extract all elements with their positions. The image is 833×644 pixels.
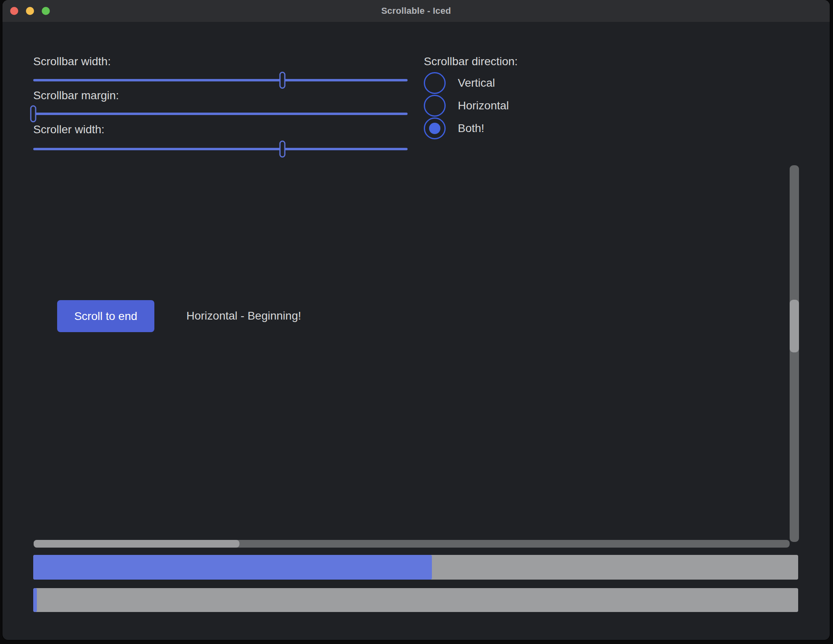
scrollbar-margin-label: Scrollbar margin: xyxy=(33,89,119,102)
radio-label: Both! xyxy=(458,122,484,135)
minimize-button[interactable] xyxy=(26,7,34,15)
scrollbar-margin-slider-handle[interactable] xyxy=(30,105,36,122)
titlebar[interactable]: Scrollable - Iced xyxy=(2,0,830,22)
vertical-scroll-progressbar xyxy=(33,555,798,580)
scroller-width-slider[interactable] xyxy=(33,148,408,150)
scroller-width-slider-handle[interactable] xyxy=(280,141,286,158)
radio-label: Vertical xyxy=(458,77,495,90)
radio-circle[interactable] xyxy=(424,72,446,94)
horizontal-status-text: Horizontal - Beginning! xyxy=(186,309,301,322)
vertical-scrollbar-rail[interactable] xyxy=(790,165,799,542)
close-button[interactable] xyxy=(10,7,18,15)
radio-circle[interactable] xyxy=(424,95,446,117)
scroll-to-end-button[interactable]: Scroll to end xyxy=(57,300,154,332)
radio-horizontal[interactable]: Horizontal xyxy=(424,95,509,117)
radio-circle[interactable] xyxy=(424,117,446,139)
horizontal-scroll-progressbar xyxy=(33,588,798,612)
app-window: Scrollable - Iced Scrollbar width: Scrol… xyxy=(2,0,830,640)
scrollbar-direction-label: Scrollbar direction: xyxy=(424,55,518,68)
scrollbar-width-slider[interactable] xyxy=(33,79,408,81)
progressbar-fill xyxy=(33,555,432,580)
vertical-scrollbar-thumb[interactable] xyxy=(790,300,799,352)
scrollbar-margin-slider[interactable] xyxy=(33,113,408,115)
window-title: Scrollable - Iced xyxy=(381,6,451,16)
radio-both[interactable]: Both! xyxy=(424,117,484,139)
screen: Scrollable - Iced Scrollbar width: Scrol… xyxy=(0,0,833,644)
horizontal-scrollbar-thumb[interactable] xyxy=(34,540,239,548)
radio-vertical[interactable]: Vertical xyxy=(424,72,495,94)
zoom-button[interactable] xyxy=(42,7,50,15)
scrollbar-width-slider-handle[interactable] xyxy=(280,72,286,89)
progressbar-fill xyxy=(33,588,37,612)
scrollbar-width-label: Scrollbar width: xyxy=(33,55,111,68)
traffic-lights xyxy=(10,7,50,15)
horizontal-scrollbar-rail[interactable] xyxy=(34,540,790,548)
radio-selected-dot xyxy=(429,123,440,134)
radio-label: Horizontal xyxy=(458,99,509,112)
scroller-width-label: Scroller width: xyxy=(33,123,105,136)
